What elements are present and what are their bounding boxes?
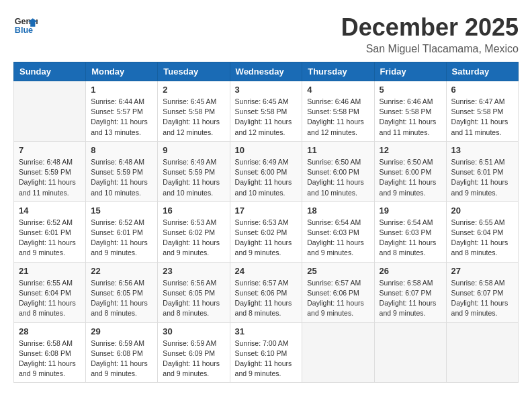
day-number: 9	[163, 145, 224, 155]
calendar-week-row: 21Sunrise: 6:55 AMSunset: 6:04 PMDayligh…	[14, 262, 519, 322]
calendar-cell: 6Sunrise: 6:47 AMSunset: 5:58 PMDaylight…	[446, 81, 518, 142]
day-info: Sunrise: 6:46 AMSunset: 5:58 PMDaylight:…	[307, 97, 369, 138]
day-number: 6	[451, 85, 513, 95]
day-info: Sunrise: 6:47 AMSunset: 5:58 PMDaylight:…	[451, 97, 513, 138]
calendar-week-row: 28Sunrise: 6:58 AMSunset: 6:08 PMDayligh…	[14, 322, 519, 383]
weekday-header-row: SundayMondayTuesdayWednesdayThursdayFrid…	[14, 62, 519, 81]
day-info: Sunrise: 6:57 AMSunset: 6:06 PMDaylight:…	[307, 278, 369, 319]
day-number: 21	[19, 266, 81, 276]
day-number: 3	[235, 85, 298, 95]
logo-icon: General Blue	[13, 13, 38, 38]
calendar-cell: 11Sunrise: 6:50 AMSunset: 6:00 PMDayligh…	[302, 141, 374, 201]
day-info: Sunrise: 6:58 AMSunset: 6:07 PMDaylight:…	[451, 278, 513, 319]
calendar-cell	[446, 322, 518, 383]
day-info: Sunrise: 6:53 AMSunset: 6:02 PMDaylight:…	[235, 218, 298, 259]
day-number: 15	[91, 205, 152, 216]
calendar-cell: 29Sunrise: 6:59 AMSunset: 6:08 PMDayligh…	[86, 322, 158, 383]
weekday-header: Thursday	[302, 62, 374, 81]
day-number: 7	[19, 145, 81, 155]
weekday-header: Monday	[86, 62, 158, 81]
weekday-header: Tuesday	[158, 62, 230, 81]
calendar-cell: 8Sunrise: 6:48 AMSunset: 5:59 PMDaylight…	[86, 141, 158, 201]
day-info: Sunrise: 6:52 AMSunset: 6:01 PMDaylight:…	[19, 218, 81, 259]
calendar-cell	[374, 322, 446, 383]
calendar-cell: 17Sunrise: 6:53 AMSunset: 6:02 PMDayligh…	[230, 201, 302, 262]
month-title: December 2025	[341, 13, 519, 42]
day-info: Sunrise: 6:48 AMSunset: 5:59 PMDaylight:…	[19, 157, 81, 198]
day-info: Sunrise: 6:51 AMSunset: 6:01 PMDaylight:…	[451, 157, 513, 198]
calendar-cell: 2Sunrise: 6:45 AMSunset: 5:58 PMDaylight…	[158, 81, 230, 142]
location: San Miguel Tlacamama, Mexico	[341, 43, 519, 55]
day-info: Sunrise: 6:56 AMSunset: 6:05 PMDaylight:…	[163, 278, 224, 319]
day-number: 31	[235, 326, 298, 336]
day-info: Sunrise: 6:59 AMSunset: 6:08 PMDaylight:…	[91, 338, 152, 379]
calendar-cell: 31Sunrise: 7:00 AMSunset: 6:10 PMDayligh…	[230, 322, 302, 383]
calendar-week-row: 7Sunrise: 6:48 AMSunset: 5:59 PMDaylight…	[14, 141, 519, 201]
day-number: 27	[451, 266, 513, 276]
day-number: 1	[91, 85, 152, 95]
calendar-cell: 14Sunrise: 6:52 AMSunset: 6:01 PMDayligh…	[14, 201, 86, 262]
day-info: Sunrise: 6:54 AMSunset: 6:03 PMDaylight:…	[307, 218, 369, 259]
day-number: 29	[91, 326, 152, 336]
day-info: Sunrise: 6:55 AMSunset: 6:04 PMDaylight:…	[19, 278, 81, 319]
weekday-header: Wednesday	[230, 62, 302, 81]
calendar-cell: 19Sunrise: 6:54 AMSunset: 6:03 PMDayligh…	[374, 201, 446, 262]
calendar-cell: 15Sunrise: 6:52 AMSunset: 6:01 PMDayligh…	[86, 201, 158, 262]
day-info: Sunrise: 6:50 AMSunset: 6:00 PMDaylight:…	[380, 157, 441, 198]
day-info: Sunrise: 7:00 AMSunset: 6:10 PMDaylight:…	[235, 338, 298, 379]
weekday-header: Friday	[374, 62, 446, 81]
day-number: 11	[307, 145, 369, 155]
day-info: Sunrise: 6:49 AMSunset: 5:59 PMDaylight:…	[163, 157, 224, 198]
calendar-table: SundayMondayTuesdayWednesdayThursdayFrid…	[13, 62, 519, 383]
calendar-cell	[302, 322, 374, 383]
day-info: Sunrise: 6:54 AMSunset: 6:03 PMDaylight:…	[380, 218, 441, 259]
title-section: December 2025 San Miguel Tlacamama, Mexi…	[341, 13, 519, 55]
calendar-cell	[14, 81, 86, 142]
day-number: 10	[235, 145, 298, 155]
weekday-header: Saturday	[446, 62, 518, 81]
day-number: 17	[235, 205, 298, 216]
calendar-cell: 21Sunrise: 6:55 AMSunset: 6:04 PMDayligh…	[14, 262, 86, 322]
weekday-header: Sunday	[14, 62, 86, 81]
calendar-cell: 10Sunrise: 6:49 AMSunset: 6:00 PMDayligh…	[230, 141, 302, 201]
calendar-cell: 25Sunrise: 6:57 AMSunset: 6:06 PMDayligh…	[302, 262, 374, 322]
calendar-cell: 23Sunrise: 6:56 AMSunset: 6:05 PMDayligh…	[158, 262, 230, 322]
day-number: 14	[19, 205, 81, 216]
day-info: Sunrise: 6:57 AMSunset: 6:06 PMDaylight:…	[235, 278, 298, 319]
day-info: Sunrise: 6:48 AMSunset: 5:59 PMDaylight:…	[91, 157, 152, 198]
calendar-cell: 22Sunrise: 6:56 AMSunset: 6:05 PMDayligh…	[86, 262, 158, 322]
calendar-cell: 20Sunrise: 6:55 AMSunset: 6:04 PMDayligh…	[446, 201, 518, 262]
calendar-cell: 12Sunrise: 6:50 AMSunset: 6:00 PMDayligh…	[374, 141, 446, 201]
day-number: 30	[163, 326, 224, 336]
day-number: 24	[235, 266, 298, 276]
calendar-week-row: 14Sunrise: 6:52 AMSunset: 6:01 PMDayligh…	[14, 201, 519, 262]
day-number: 8	[91, 145, 152, 155]
page-header: General Blue December 2025 San Miguel Tl…	[13, 13, 519, 55]
day-info: Sunrise: 6:45 AMSunset: 5:58 PMDaylight:…	[235, 97, 298, 138]
day-number: 4	[307, 85, 369, 95]
day-info: Sunrise: 6:52 AMSunset: 6:01 PMDaylight:…	[91, 218, 152, 259]
day-info: Sunrise: 6:46 AMSunset: 5:58 PMDaylight:…	[380, 97, 441, 138]
day-number: 26	[380, 266, 441, 276]
calendar-cell: 9Sunrise: 6:49 AMSunset: 5:59 PMDaylight…	[158, 141, 230, 201]
calendar-cell: 13Sunrise: 6:51 AMSunset: 6:01 PMDayligh…	[446, 141, 518, 201]
day-number: 23	[163, 266, 224, 276]
day-info: Sunrise: 6:56 AMSunset: 6:05 PMDaylight:…	[91, 278, 152, 319]
calendar-cell: 30Sunrise: 6:59 AMSunset: 6:09 PMDayligh…	[158, 322, 230, 383]
svg-text:Blue: Blue	[15, 26, 33, 35]
day-number: 2	[163, 85, 224, 95]
calendar-cell: 24Sunrise: 6:57 AMSunset: 6:06 PMDayligh…	[230, 262, 302, 322]
day-number: 28	[19, 326, 81, 336]
calendar-cell: 3Sunrise: 6:45 AMSunset: 5:58 PMDaylight…	[230, 81, 302, 142]
day-info: Sunrise: 6:58 AMSunset: 6:07 PMDaylight:…	[380, 278, 441, 319]
day-number: 5	[380, 85, 441, 95]
calendar-cell: 7Sunrise: 6:48 AMSunset: 5:59 PMDaylight…	[14, 141, 86, 201]
day-info: Sunrise: 6:45 AMSunset: 5:58 PMDaylight:…	[163, 97, 224, 138]
day-info: Sunrise: 6:55 AMSunset: 6:04 PMDaylight:…	[451, 218, 513, 259]
day-number: 22	[91, 266, 152, 276]
calendar-cell: 28Sunrise: 6:58 AMSunset: 6:08 PMDayligh…	[14, 322, 86, 383]
day-info: Sunrise: 6:50 AMSunset: 6:00 PMDaylight:…	[307, 157, 369, 198]
calendar-cell: 27Sunrise: 6:58 AMSunset: 6:07 PMDayligh…	[446, 262, 518, 322]
calendar-cell: 16Sunrise: 6:53 AMSunset: 6:02 PMDayligh…	[158, 201, 230, 262]
day-number: 19	[380, 205, 441, 216]
